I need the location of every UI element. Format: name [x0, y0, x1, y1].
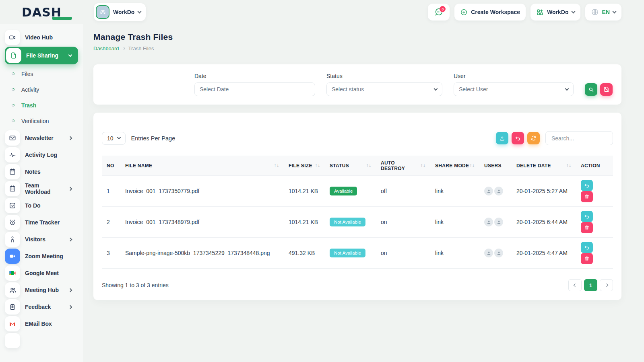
messages-button[interactable]: 0 — [428, 4, 450, 21]
breadcrumb-dashboard-link[interactable]: Dashboard — [93, 45, 119, 51]
restore-file-button[interactable] — [581, 211, 593, 222]
chevron-down-icon — [117, 136, 121, 140]
table-row: 2Invoice_001_1737348979.pdf1014.21 KBNot… — [102, 207, 613, 238]
sidebar-item-visitors[interactable]: Visitors — [5, 232, 78, 247]
sidebar: Video HubFile SharingFilesActivityTrashV… — [0, 24, 83, 362]
file-name: Sample-png-image-500kb_1737345229_173734… — [120, 238, 284, 269]
delete-file-button[interactable] — [581, 222, 593, 233]
auto-destroy: off — [376, 176, 430, 207]
sidebar-item-cut-off-item[interactable] — [5, 333, 78, 348]
file-name: Invoice_001_1737350779.pdf — [120, 176, 284, 207]
pagination-next-button[interactable] — [600, 279, 613, 291]
sidebar-item-file-sharing[interactable]: File Sharing — [5, 47, 78, 64]
status-filter-select[interactable]: Select status — [326, 82, 442, 96]
user-avatar[interactable] — [494, 249, 503, 257]
sidebar-item-time-tracker[interactable]: Time Tracker — [5, 215, 78, 230]
sort-icon: ↑↓ — [366, 164, 371, 168]
sidebar-item-label: Time Tracker — [25, 219, 60, 226]
pagination-page-1[interactable]: 1 — [584, 279, 597, 291]
user-avatar[interactable] — [484, 218, 493, 226]
users-cell — [479, 238, 512, 269]
chevron-down-icon — [68, 53, 72, 57]
workspace-switcher[interactable]: WorkDo — [94, 3, 146, 21]
sidebar-item-notes[interactable]: Notes — [5, 164, 78, 179]
column-header-status[interactable]: STATUS↑↓ — [325, 156, 376, 176]
pagination-prev-button[interactable] — [568, 279, 582, 291]
zoom-icon — [5, 249, 20, 264]
user-avatar[interactable] — [494, 218, 503, 226]
sidebar-item-feedback[interactable]: Feedback — [5, 299, 78, 315]
column-header-file-name[interactable]: FILE NAME↑↓ — [120, 156, 284, 176]
sidebar-item-zoom-meeting[interactable]: Zoom Meeting — [5, 249, 78, 264]
bullet-circle-icon — [10, 71, 16, 76]
restore-file-button[interactable] — [581, 180, 593, 191]
table-actions — [496, 131, 613, 145]
status-filter-label: Status — [326, 73, 442, 79]
column-header-auto-destroy[interactable]: AUTO DESTROY↑↓ — [376, 156, 430, 176]
user-avatar[interactable] — [484, 187, 493, 195]
bullet-circle-icon — [10, 103, 16, 108]
status-badge: Not Available — [330, 249, 365, 257]
app-logo[interactable]: DASH — [0, 5, 83, 19]
gmail-icon — [5, 316, 20, 331]
language-selector[interactable]: EN — [585, 4, 621, 21]
column-header-delete-date[interactable]: DELETE DATE↑↓ — [512, 156, 576, 176]
table-footer: Showing 1 to 3 of 3 entries 1 — [102, 279, 613, 291]
sidebar-item-video-hub[interactable]: Video Hub — [5, 30, 78, 45]
table-header-row: NOFILE NAME↑↓FILE SIZE↑↓STATUS↑↓AUTO DES… — [102, 156, 613, 176]
refresh-button[interactable] — [527, 132, 540, 144]
topbar: DASH WorkDo 0 Create Workspace — [0, 0, 644, 24]
topbar-actions: 0 Create Workspace WorkDo EN — [428, 4, 621, 21]
envelope-icon — [5, 130, 20, 146]
sidebar-item-activity[interactable]: Activity — [5, 82, 78, 97]
entries-per-page-select[interactable]: 10 — [102, 132, 126, 145]
sidebar-item-meeting-hub[interactable]: Meeting Hub — [5, 282, 78, 298]
user-avatar[interactable] — [494, 187, 503, 195]
column-header-share-mode[interactable]: SHARE MODE↑↓ — [430, 156, 479, 176]
check-square-icon — [5, 198, 20, 213]
pulse-icon — [5, 147, 20, 162]
date-filter-label: Date — [194, 73, 315, 79]
sidebar-item-verification[interactable]: Verification — [5, 113, 78, 129]
sidebar-item-to-do[interactable]: To Do — [5, 198, 78, 213]
column-header-file-size[interactable]: FILE SIZE↑↓ — [284, 156, 325, 176]
sidebar-item-trash[interactable]: Trash — [5, 97, 78, 113]
table-search-input[interactable] — [545, 131, 613, 145]
breadcrumb: Dashboard Trash Files — [93, 45, 621, 51]
grid-plus-icon — [536, 8, 544, 16]
filter-search-button[interactable] — [585, 83, 597, 96]
workspace-menu-button[interactable]: WorkDo — [530, 4, 580, 21]
delete-file-button[interactable] — [581, 253, 593, 264]
sidebar-item-activity-log[interactable]: Activity Log — [5, 147, 78, 162]
user-filter-group: User Select User — [454, 73, 574, 96]
date-filter-input[interactable] — [194, 82, 315, 96]
sidebar-item-newsletter[interactable]: Newsletter — [5, 130, 78, 146]
user-filter-select[interactable]: Select User — [454, 82, 574, 96]
export-button[interactable] — [496, 132, 508, 144]
create-workspace-button[interactable]: Create Workspace — [454, 4, 526, 21]
user-avatar[interactable] — [484, 249, 493, 257]
sidebar-item-label: Zoom Meeting — [25, 253, 63, 259]
status-filter-value: Select status — [332, 86, 364, 93]
sidebar-item-email-box[interactable]: EMail Box — [5, 316, 78, 331]
user-filter-label: User — [454, 73, 574, 79]
blank-icon — [5, 333, 20, 348]
column-header-no: NO — [102, 156, 120, 176]
filter-reset-button[interactable] — [600, 83, 613, 96]
trash-icon — [584, 225, 590, 230]
sidebar-item-files[interactable]: Files — [5, 66, 78, 82]
undo-icon — [584, 245, 590, 250]
sidebar-item-label: Visitors — [25, 236, 45, 243]
sidebar-item-team-workload[interactable]: Team Workload — [5, 181, 78, 196]
sidebar-item-label: EMail Box — [25, 321, 52, 327]
sidebar-item-google-meet[interactable]: Google Meet — [5, 265, 78, 281]
file-size: 491.32 KB — [284, 238, 325, 269]
delete-file-button[interactable] — [581, 191, 593, 202]
pagination: 1 — [568, 279, 613, 291]
column-header-users: USERS — [479, 156, 512, 176]
restore-file-button[interactable] — [581, 242, 593, 253]
main-content: Manage Trash Files Dashboard Trash Files… — [93, 24, 621, 300]
sidebar-item-label: Activity Log — [25, 152, 57, 158]
bulk-restore-button[interactable] — [512, 132, 524, 144]
download-icon — [499, 135, 505, 141]
